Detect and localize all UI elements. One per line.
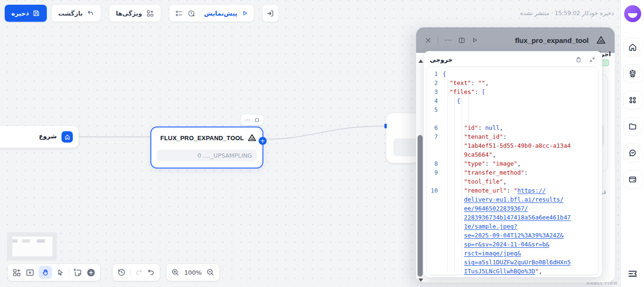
code-line: 7"tenant_id": "1ab4ef51-5d55-49b0-a8cc-a… <box>426 132 599 159</box>
blocks-plus-icon <box>146 9 154 17</box>
app-sidebar <box>620 0 644 287</box>
pointer-tool-icon[interactable] <box>56 269 64 277</box>
workflow-canvas[interactable]: شروع ⋯ FLUX_PRO_EXPAND_TOOL + 0 ...._UPS… <box>0 0 644 287</box>
code-remote-url-link[interactable]: https://delivery-eu1.bfl.ai/results/ee/9… <box>464 187 571 275</box>
node-copy-icon[interactable] <box>254 118 260 123</box>
sidebar-item-files[interactable] <box>623 117 642 136</box>
code-line: 9"transfer_method": "tool_file", <box>426 168 599 186</box>
code-line: 5 <box>426 105 599 123</box>
features-label: ویژگی‌ها <box>116 10 142 17</box>
node-context-toolbar[interactable]: ⋯ <box>241 115 263 125</box>
features-button[interactable]: ویژگی‌ها <box>109 5 161 22</box>
line-number: 5 <box>426 105 443 114</box>
undo-arrow-icon <box>87 9 94 17</box>
save-button[interactable]: ذخیره <box>5 5 47 22</box>
hand-icon <box>42 269 50 277</box>
logo-smile-shape <box>628 13 637 18</box>
flux-pro-expand-tool-node[interactable]: FLUX_PRO_EXPAND_TOOL + 0 ...._UPSAMPLING <box>150 127 263 169</box>
start-node[interactable]: شروع <box>0 126 78 148</box>
minimap-node <box>22 239 30 243</box>
minimap-viewport <box>12 236 52 256</box>
panel-play-icon[interactable] <box>471 37 478 43</box>
node-title: FLUX_PRO_EXPAND_TOOL <box>157 135 247 142</box>
code-line: 1{ <box>426 69 599 78</box>
autosave-status: ذخیره خودکار 15:59:02 · منتشر نشده <box>520 10 614 17</box>
sidebar-item-assistant[interactable] <box>623 64 642 83</box>
fit-image-icon[interactable] <box>26 268 35 277</box>
collapse-arrows-icon[interactable] <box>589 56 596 63</box>
node-param-pill: 0 ...._UPSAMPLING <box>157 150 257 161</box>
history-clock-icon[interactable] <box>187 9 195 17</box>
collapse-menu-icon <box>627 269 638 279</box>
scrollbar-up-arrow[interactable] <box>418 59 423 63</box>
line-number: 6 <box>426 123 443 132</box>
save-floppy-icon <box>33 9 40 17</box>
apps-grid-icon <box>628 95 637 105</box>
start-node-home-icon <box>61 131 73 143</box>
preview-group: پیش‌نمایش <box>169 5 254 22</box>
wallet-icon <box>628 175 637 184</box>
split-columns-icon[interactable] <box>458 37 465 44</box>
zoom-in-icon[interactable] <box>171 268 180 277</box>
hand-tool-button[interactable] <box>39 266 52 279</box>
code-line: 6"id": null, <box>426 123 599 132</box>
exit-canvas-button[interactable] <box>262 5 278 22</box>
logo-avatar[interactable] <box>624 5 641 22</box>
start-node-label: شروع <box>39 133 57 140</box>
code-line: 3"files": [ <box>426 87 599 96</box>
history-icon[interactable] <box>117 268 126 277</box>
line-number: 10 <box>426 186 443 195</box>
line-number: 1 <box>426 69 443 78</box>
copy-clipboard-icon[interactable] <box>575 56 582 63</box>
code-lines: 1{2"text": "",3"files": [4{56"id": null,… <box>426 67 599 275</box>
panel-header: ⋯ flux_pro_expand_tool <box>416 27 615 53</box>
add-note-icon[interactable] <box>73 268 82 277</box>
line-number: 3 <box>426 87 443 96</box>
scrollbar-thumb[interactable] <box>418 135 423 277</box>
line-number: 7 <box>426 132 443 141</box>
panel-title: flux_pro_expand_tool <box>484 36 589 44</box>
canvas-tools-pill <box>8 264 100 281</box>
minimap-node <box>12 239 17 243</box>
robot-icon <box>628 69 637 78</box>
sidebar-collapse-button[interactable] <box>627 269 638 280</box>
exit-canvas-icon <box>266 9 274 17</box>
code-line: 8"type": "image", <box>426 159 599 168</box>
minimap[interactable] <box>7 232 57 261</box>
code-line: 2"text": "", <box>426 78 599 87</box>
top-toolbar: ذخیره بازگشت ویژگی‌ها پیش‌نمایش <box>5 5 278 22</box>
play-icon[interactable] <box>242 10 248 17</box>
line-number: 2 <box>426 78 443 87</box>
zoom-level[interactable]: 100% <box>184 269 202 276</box>
line-number: 9 <box>426 168 443 177</box>
zoom-pill: 100% <box>166 264 219 281</box>
sidebar-item-home[interactable] <box>623 38 642 57</box>
output-title: خروجی <box>430 56 568 63</box>
code-viewer[interactable]: 1{2"text": "",3"files": [4{56"id": null,… <box>426 67 599 275</box>
undo-icon[interactable] <box>147 269 155 277</box>
layout-grid-plus-icon[interactable] <box>12 268 21 277</box>
node-detail-panel: ⋯ flux_pro_expand_tool اجرا قر خروجی <box>416 27 615 282</box>
code-line: 10"remote_url": "https://delivery-eu1.bf… <box>426 186 599 275</box>
back-button[interactable]: بازگشت <box>52 5 101 22</box>
output-modal: خروجی 1{2"text": "",3"files": [4{56"id":… <box>423 51 602 278</box>
add-node-plus-icon[interactable] <box>87 268 96 277</box>
sidebar-item-wallet[interactable] <box>623 170 642 189</box>
checklist-icon[interactable] <box>175 9 183 17</box>
close-icon[interactable] <box>425 37 432 44</box>
add-next-node-button[interactable]: + <box>259 137 267 145</box>
home-icon <box>628 42 637 52</box>
save-label: ذخیره <box>11 10 29 17</box>
edge-target-handle[interactable] <box>384 124 387 128</box>
folder-icon <box>628 122 637 131</box>
history-pill <box>113 264 160 281</box>
code-line: 4{ <box>426 96 599 105</box>
sidebar-item-apps[interactable] <box>623 91 642 110</box>
preview-label[interactable]: پیش‌نمایش <box>204 10 237 17</box>
more-dots-icon[interactable]: ⋯ <box>444 36 452 44</box>
zoom-out-icon[interactable] <box>206 268 215 277</box>
partially-hidden-node[interactable] <box>386 113 419 163</box>
sidebar-item-chat[interactable] <box>623 144 642 162</box>
line-number: 4 <box>426 96 443 105</box>
redo-icon[interactable] <box>135 269 143 277</box>
